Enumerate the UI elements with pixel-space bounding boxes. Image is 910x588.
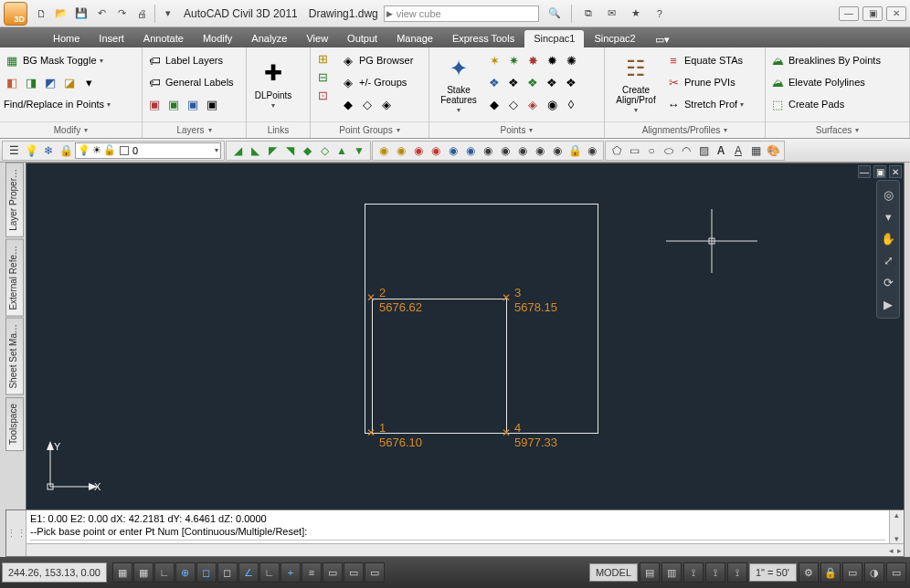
tool-icon[interactable]: ▲ bbox=[333, 142, 350, 159]
annotation-visibility-icon[interactable]: ⟟ bbox=[705, 562, 725, 583]
point-tool-icon[interactable]: ◇ bbox=[505, 96, 522, 112]
tool-icon[interactable]: ◉ bbox=[497, 142, 513, 159]
layer-states-icon[interactable]: ☰ bbox=[5, 142, 22, 159]
doc-minimize-icon[interactable]: — bbox=[858, 165, 871, 178]
pg-tool-icon[interactable]: ◈ bbox=[378, 96, 395, 112]
tool-icon[interactable]: ▾ bbox=[80, 74, 97, 90]
lock-icon[interactable]: 🔒 bbox=[58, 142, 74, 159]
annotation-scale-icon[interactable]: ⟟ bbox=[683, 562, 704, 583]
tab-home[interactable]: Home bbox=[44, 30, 89, 47]
palette-tab-toolspace[interactable]: Toolspace bbox=[5, 397, 24, 451]
pan-icon[interactable]: ✋ bbox=[880, 230, 896, 247]
pg-tool-icon[interactable]: ⊡ bbox=[314, 87, 331, 103]
layer-tool-icon[interactable]: ▣ bbox=[146, 96, 163, 112]
tool-icon[interactable]: ◣ bbox=[247, 142, 263, 159]
pg-tool-icon[interactable]: ◇ bbox=[359, 96, 376, 112]
tab-sincpac1[interactable]: Sincpac1 bbox=[524, 30, 584, 47]
lwt-icon[interactable]: ≡ bbox=[302, 562, 322, 583]
tool-icon[interactable]: ◩ bbox=[42, 74, 58, 90]
orbit-icon[interactable]: ⟳ bbox=[880, 274, 896, 290]
create-pads-button[interactable]: ⬚Create Pads bbox=[769, 94, 881, 114]
open-icon[interactable]: 📂 bbox=[52, 5, 70, 23]
text-icon[interactable]: A bbox=[730, 142, 746, 159]
snap-icon[interactable]: ▦ bbox=[112, 562, 132, 583]
elevate-polylines-button[interactable]: ⛰Elevate Polylines bbox=[769, 72, 881, 92]
equate-stas-button[interactable]: ≡Equate STAs bbox=[665, 50, 744, 70]
undo-icon[interactable]: ↶ bbox=[92, 5, 111, 23]
label-layers-button[interactable]: 🏷Label Layers bbox=[146, 50, 234, 70]
osnap-icon[interactable]: ◻ bbox=[196, 562, 217, 583]
tab-view[interactable]: View bbox=[297, 30, 337, 47]
point-tool-icon[interactable]: ❖ bbox=[505, 74, 522, 90]
layer-combo[interactable]: 💡 ☀ 🔓 0 ▾ bbox=[75, 142, 221, 159]
general-labels-button[interactable]: 🏷General Labels bbox=[146, 72, 234, 92]
tool-icon[interactable]: ◪ bbox=[61, 74, 78, 90]
palette-tab-layer-properties[interactable]: Layer Proper… bbox=[5, 163, 24, 237]
prune-pvis-button[interactable]: ✂Prune PVIs bbox=[665, 72, 744, 92]
ortho-icon[interactable]: ∟ bbox=[154, 562, 175, 583]
tab-sincpac2[interactable]: Sincpac2 bbox=[585, 30, 644, 47]
tool-icon[interactable]: ◥ bbox=[281, 142, 298, 159]
new-icon[interactable]: 🗋 bbox=[32, 5, 50, 23]
pg-tool-icon[interactable]: ⊟ bbox=[314, 68, 331, 85]
redo-icon[interactable]: ↷ bbox=[112, 5, 131, 23]
tool-icon[interactable]: ◉ bbox=[393, 142, 409, 159]
point-tool-icon[interactable]: ✸ bbox=[524, 52, 541, 68]
pg-tool-icon[interactable]: ◆ bbox=[340, 96, 356, 112]
create-align-button[interactable]: ☷ Create Align/Prof▾ bbox=[608, 50, 663, 119]
workspace-switch-icon[interactable]: ⚙ bbox=[799, 562, 819, 583]
circle-icon[interactable]: ○ bbox=[643, 142, 660, 159]
dyn-icon[interactable]: + bbox=[280, 562, 301, 583]
cmd-vscrollbar[interactable]: ▴▾ bbox=[889, 510, 904, 543]
toolbar-lock-icon[interactable]: 🔒 bbox=[820, 562, 841, 583]
favorites-icon[interactable]: ★ bbox=[627, 5, 645, 23]
point-tool-icon[interactable]: ❖ bbox=[486, 74, 503, 90]
infocenter-icon[interactable]: ⧉ bbox=[579, 5, 598, 23]
print-icon[interactable]: 🖨 bbox=[132, 5, 151, 23]
stretch-prof-button[interactable]: ↔Stretch Prof▾ bbox=[665, 94, 744, 114]
point-tool-icon[interactable]: ❖ bbox=[544, 74, 560, 90]
tab-manage[interactable]: Manage bbox=[387, 30, 442, 47]
tab-expresstools[interactable]: Express Tools bbox=[443, 30, 524, 47]
otrack-icon[interactable]: ∠ bbox=[238, 562, 259, 583]
help-icon[interactable]: ? bbox=[651, 5, 669, 23]
pm-groups-button[interactable]: ◈+/- Groups bbox=[340, 72, 413, 92]
tool-icon[interactable]: ▼ bbox=[351, 142, 367, 159]
point-tool-icon[interactable]: ◉ bbox=[544, 96, 560, 112]
tool-icon[interactable]: ◉ bbox=[445, 142, 461, 159]
tool-icon[interactable]: ◨ bbox=[23, 74, 39, 90]
layer-tool-icon[interactable]: ▣ bbox=[165, 96, 182, 112]
point-tool-icon[interactable]: ❖ bbox=[563, 74, 579, 90]
tool-icon[interactable]: ◉ bbox=[410, 142, 427, 159]
zoom-extents-icon[interactable]: ⤢ bbox=[880, 252, 896, 268]
ellipse-icon[interactable]: ⬭ bbox=[661, 142, 677, 159]
tab-modify[interactable]: Modify bbox=[194, 30, 241, 47]
model-space-button[interactable]: MODEL bbox=[589, 563, 638, 582]
point-tool-icon[interactable]: ◈ bbox=[524, 96, 541, 112]
isolate-objects-icon[interactable]: ◑ bbox=[864, 562, 884, 583]
qp-icon[interactable]: ▭ bbox=[344, 562, 364, 583]
save-icon[interactable]: 💾 bbox=[72, 5, 90, 23]
find-replace-button[interactable]: Find/Replace in Points▾ bbox=[4, 94, 138, 114]
search-box[interactable]: ▶ view cube bbox=[384, 5, 539, 22]
hatch-icon[interactable]: ▨ bbox=[695, 142, 712, 159]
annotation-scale-value[interactable]: 1" = 50' bbox=[749, 563, 797, 582]
ribbon-minimize-icon[interactable]: ▭▾ bbox=[651, 31, 673, 47]
point-tool-icon[interactable]: ◆ bbox=[486, 96, 503, 112]
tab-insert[interactable]: Insert bbox=[90, 30, 133, 47]
bg-mask-toggle-button[interactable]: ▦BG Mask Toggle▾ bbox=[4, 50, 138, 70]
cmd-hscrollbar[interactable]: ◂▸ bbox=[26, 543, 904, 556]
text-icon[interactable]: A bbox=[713, 142, 729, 159]
annotation-autoscale-icon[interactable]: ⟟ bbox=[727, 562, 747, 583]
quickview-drawings-icon[interactable]: ▥ bbox=[661, 562, 682, 583]
qat-dropdown-icon[interactable]: ▾ bbox=[159, 5, 177, 23]
point-tool-icon[interactable]: ◊ bbox=[563, 96, 579, 112]
grid-icon[interactable]: ▦ bbox=[133, 562, 153, 583]
tool-icon[interactable]: ◉ bbox=[428, 142, 444, 159]
dlpoints-button[interactable]: ✚ DLPoints▾ bbox=[250, 50, 296, 119]
point-tool-icon[interactable]: ✺ bbox=[563, 52, 579, 68]
doc-close-icon[interactable]: ✕ bbox=[889, 165, 902, 178]
ducs-icon[interactable]: ∟ bbox=[259, 562, 280, 583]
layer-tool-icon[interactable]: ▣ bbox=[204, 96, 220, 112]
clean-screen-icon[interactable]: ▭ bbox=[886, 562, 906, 583]
